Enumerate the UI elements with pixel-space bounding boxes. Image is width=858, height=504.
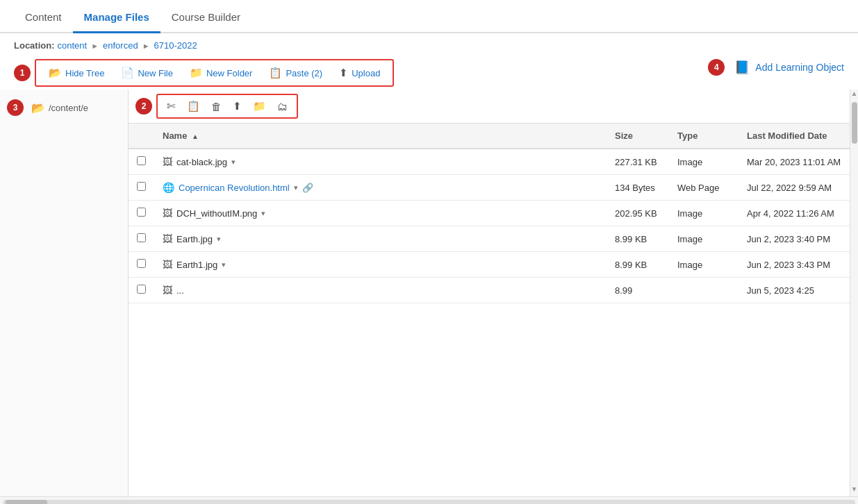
file-type: Image bbox=[669, 226, 739, 252]
tab-course-builder[interactable]: Course Builder bbox=[160, 3, 251, 33]
scroll-down-button[interactable]: ▼ bbox=[850, 485, 858, 496]
new-file-button[interactable]: 📄 New File bbox=[114, 63, 180, 83]
file-date: Jun 2, 2023 3:40 PM bbox=[739, 226, 850, 252]
image-icon: 🖼 bbox=[163, 208, 172, 219]
breadcrumb-6710-2022[interactable]: 6710-2022 bbox=[154, 40, 197, 51]
file-size: 202.95 KB bbox=[607, 201, 669, 226]
table-row: 🖼Earth1.jpg▾8.99 KBImageJun 2, 2023 3:43… bbox=[129, 252, 850, 278]
file-type: Image bbox=[669, 201, 739, 226]
col-header-size[interactable]: Size bbox=[607, 124, 669, 149]
badge-2: 2 bbox=[135, 98, 152, 115]
col-header-check bbox=[129, 124, 154, 149]
file-size: 8.99 KB bbox=[607, 226, 669, 252]
paste-icon: 📋 bbox=[269, 67, 282, 79]
row-checkbox[interactable] bbox=[137, 259, 146, 268]
badge-1: 1 bbox=[14, 65, 31, 81]
hide-tree-button[interactable]: 📂 Hide Tree bbox=[42, 63, 111, 83]
location-bar: Location: content ► enforced ► 6710-2022 bbox=[0, 33, 858, 55]
image-icon: 🖼 bbox=[163, 233, 172, 244]
file-date: Jun 2, 2023 3:43 PM bbox=[739, 252, 850, 278]
file-size: 227.31 KB bbox=[607, 149, 669, 175]
file-size: 8.99 KB bbox=[607, 252, 669, 278]
delete-button[interactable]: 🗑 bbox=[206, 98, 226, 115]
right-scrollbar: ▲ ▼ bbox=[850, 90, 858, 496]
tree-path-label: /content/e bbox=[49, 103, 88, 113]
file-date: Jul 22, 2022 9:59 AM bbox=[739, 175, 850, 201]
breadcrumb-sep-2: ► bbox=[142, 42, 150, 50]
dropdown-chevron-icon[interactable]: ▾ bbox=[222, 260, 226, 269]
main-toolbar-wrapper: 1 📂 Hide Tree 📄 New File 📁 New Folder 📋 … bbox=[0, 55, 858, 87]
new-folder2-button[interactable]: 📁 bbox=[248, 97, 271, 115]
add-learning-object-button[interactable]: 4 📘 Add Learning Object bbox=[708, 59, 844, 76]
tab-manage-files[interactable]: Manage Files bbox=[73, 3, 160, 33]
add-learning-icon: 📘 bbox=[734, 60, 750, 75]
breadcrumb-enforced[interactable]: enforced bbox=[103, 40, 138, 51]
row-checkbox[interactable] bbox=[137, 156, 146, 165]
location-label: Location: bbox=[14, 40, 55, 51]
dropdown-chevron-icon[interactable]: ▾ bbox=[231, 158, 236, 167]
file-name[interactable]: Earth.jpg bbox=[176, 234, 213, 244]
paste-button[interactable]: 📋 Paste (2) bbox=[262, 63, 329, 83]
upload2-button[interactable]: ⬆ bbox=[228, 97, 247, 115]
web-page-icon: 🌐 bbox=[163, 182, 174, 193]
file-type: Image bbox=[669, 252, 739, 278]
file-type: Web Page bbox=[669, 175, 739, 201]
file-size: 134 Bytes bbox=[607, 175, 669, 201]
col-header-type[interactable]: Type bbox=[669, 124, 739, 149]
upload-button[interactable]: ⬆ Upload bbox=[332, 63, 387, 83]
file-date: Jun 5, 2023 4:25 bbox=[739, 278, 850, 303]
tab-content[interactable]: Content bbox=[14, 3, 73, 33]
file-date: Apr 4, 2022 11:26 AM bbox=[739, 201, 850, 226]
col-header-name[interactable]: Name ▲ bbox=[154, 124, 607, 149]
badge-4: 4 bbox=[708, 59, 725, 76]
table-row: 🖼...8.99Jun 5, 2023 4:25 bbox=[129, 278, 850, 303]
h-scroll-thumb[interactable] bbox=[6, 500, 47, 505]
image-icon: 🖼 bbox=[163, 156, 172, 167]
file-size: 8.99 bbox=[607, 278, 669, 303]
image-icon: 🖼 bbox=[163, 259, 172, 270]
dropdown-chevron-icon[interactable]: ▾ bbox=[217, 235, 221, 244]
scroll-track bbox=[850, 101, 858, 485]
collapse-button[interactable]: 🗂 bbox=[272, 98, 292, 115]
tree-panel: 3 📂 /content/e bbox=[0, 90, 129, 496]
h-scroll-track bbox=[3, 500, 855, 505]
main-area: 3 📂 /content/e 2 ✄ 📋 🗑 ⬆ 📁 🗂 bbox=[0, 90, 858, 496]
file-panel: 2 ✄ 📋 🗑 ⬆ 📁 🗂 Name ▲ bbox=[129, 90, 850, 496]
new-folder-icon: 📁 bbox=[190, 67, 203, 79]
main-toolbar-box: 📂 Hide Tree 📄 New File 📁 New Folder 📋 Pa… bbox=[35, 59, 394, 87]
cut-button[interactable]: ✄ bbox=[162, 97, 181, 115]
row-checkbox[interactable] bbox=[137, 182, 146, 191]
file-name[interactable]: ... bbox=[176, 285, 184, 296]
file-table: Name ▲ Size Type Last Modified Date 🖼cat… bbox=[129, 124, 850, 303]
file-name[interactable]: DCH_withoutIM.png bbox=[176, 208, 257, 219]
file-name[interactable]: Copernican Revolution.html bbox=[179, 183, 290, 193]
secondary-toolbar: 2 ✄ 📋 🗑 ⬆ 📁 🗂 bbox=[129, 90, 850, 124]
chain-link-icon: 🔗 bbox=[302, 183, 313, 193]
badge-3: 3 bbox=[7, 99, 24, 116]
dropdown-chevron-icon[interactable]: ▾ bbox=[294, 183, 298, 192]
row-checkbox[interactable] bbox=[137, 285, 146, 294]
file-icon: 🖼 bbox=[163, 285, 172, 296]
table-row: 🖼cat-black.jpg▾227.31 KBImageMar 20, 202… bbox=[129, 149, 850, 175]
row-checkbox[interactable] bbox=[137, 208, 146, 217]
bottom-scrollbar bbox=[0, 496, 858, 504]
new-folder-button[interactable]: 📁 New Folder bbox=[183, 63, 259, 83]
scroll-thumb[interactable] bbox=[852, 102, 857, 144]
hide-tree-icon: 📂 bbox=[49, 67, 62, 79]
col-header-date[interactable]: Last Modified Date bbox=[739, 124, 850, 149]
file-type: Image bbox=[669, 149, 739, 175]
row-checkbox[interactable] bbox=[137, 233, 146, 242]
file-name[interactable]: Earth1.jpg bbox=[176, 260, 217, 270]
secondary-toolbar-box: ✄ 📋 🗑 ⬆ 📁 🗂 bbox=[156, 94, 298, 119]
dropdown-chevron-icon[interactable]: ▾ bbox=[261, 209, 265, 218]
file-name[interactable]: cat-black.jpg bbox=[176, 157, 227, 167]
tree-item-root[interactable]: 3 📂 /content/e bbox=[0, 95, 128, 120]
breadcrumb-content[interactable]: content bbox=[58, 40, 88, 51]
scroll-up-button[interactable]: ▲ bbox=[850, 90, 858, 101]
table-row: 🖼DCH_withoutIM.png▾202.95 KBImageApr 4, … bbox=[129, 201, 850, 226]
upload-icon: ⬆ bbox=[339, 67, 348, 79]
table-row: 🖼Earth.jpg▾8.99 KBImageJun 2, 2023 3:40 … bbox=[129, 226, 850, 252]
copy-button[interactable]: 📋 bbox=[182, 97, 205, 115]
table-row: 🌐Copernican Revolution.html▾🔗134 BytesWe… bbox=[129, 175, 850, 201]
sort-arrow-icon: ▲ bbox=[192, 133, 199, 140]
